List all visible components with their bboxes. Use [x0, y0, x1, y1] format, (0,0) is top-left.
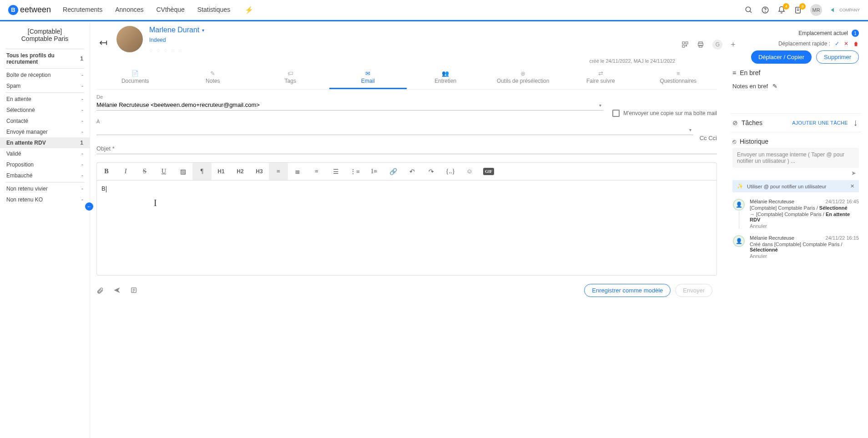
avatar[interactable]: MR — [810, 4, 822, 16]
nav-statistiques[interactable]: Statistiques — [197, 6, 230, 14]
save-template-button[interactable]: Enregistrer comme modèle — [584, 284, 671, 297]
logo[interactable]: B eetween — [8, 5, 51, 15]
check-icon[interactable]: ✓ — [835, 40, 839, 47]
profile-source[interactable]: Indeed — [149, 37, 583, 43]
align-left-icon[interactable]: ≡ — [269, 163, 288, 180]
align-justify-icon[interactable]: ☰ — [326, 163, 345, 180]
nav-recrutements[interactable]: Recrutements — [63, 6, 102, 14]
delete-button[interactable]: Supprimer — [816, 50, 859, 64]
code-icon[interactable]: {..} — [441, 163, 460, 180]
cancel-link[interactable]: Annuler — [750, 223, 859, 229]
close-icon[interactable]: ✕ — [850, 183, 854, 189]
italic-icon[interactable]: I — [116, 163, 135, 180]
list-ol-icon[interactable]: 1≡ — [364, 163, 384, 180]
profile-picture[interactable] — [116, 26, 143, 52]
tab-entretien[interactable]: 👥Entretien — [407, 67, 484, 89]
undo-icon[interactable]: ↶ — [403, 163, 422, 180]
timeline-item: 👤 Mélanie Recruteuse24/11/22 16:15 Créé … — [732, 235, 859, 259]
bell-icon[interactable]: 4 — [777, 6, 786, 14]
underline-icon[interactable]: U — [154, 163, 173, 180]
trash-icon[interactable] — [853, 41, 859, 47]
add-task-link[interactable]: AJOUTER UNE TÂCHE — [792, 120, 848, 126]
attach-icon[interactable] — [96, 287, 104, 295]
bolt-icon[interactable]: ⚡ — [245, 6, 253, 14]
paragraph-icon[interactable]: ¶ — [192, 163, 212, 180]
list-ul-icon[interactable]: ⋮≡ — [345, 163, 364, 180]
h3-icon[interactable]: H3 — [250, 163, 269, 180]
sidebar-item[interactable]: Validé- — [0, 148, 90, 159]
align-right-icon[interactable]: ≡ — [307, 163, 326, 180]
strike-icon[interactable]: S — [135, 163, 154, 180]
send-icon[interactable]: ➤ — [851, 170, 856, 176]
chevron-down-icon[interactable]: ▾ — [689, 127, 691, 132]
tab-documents[interactable]: 📄Documents — [96, 67, 174, 89]
profile-name[interactable]: Marlene Durant▾ — [149, 26, 583, 34]
tab-tags[interactable]: 🏷Tags — [252, 67, 329, 89]
sidebar-item[interactable]: En attente- — [0, 94, 90, 105]
cc-cci-toggle[interactable]: Cc Cci — [700, 135, 717, 143]
note-icon: ✎ — [176, 70, 250, 77]
assign-badge: 9 — [799, 3, 806, 10]
sidebar-item[interactable]: Boîte de réception- — [0, 70, 90, 81]
to-label: À — [96, 119, 693, 124]
gif-icon[interactable]: GIF — [483, 168, 494, 175]
image-icon[interactable]: ▨ — [173, 163, 192, 180]
sidebar-item[interactable]: Spam- — [0, 81, 90, 91]
tab-forward[interactable]: ⇄Faire suivre — [562, 67, 640, 89]
editor-body[interactable]: B I — [96, 180, 717, 276]
qr-icon[interactable] — [681, 41, 689, 48]
sidebar-item-active[interactable]: En attente RDV1 — [0, 137, 90, 148]
bold-icon[interactable]: B — [97, 163, 116, 180]
profile-dates: créé le 24/11/2022, MAJ le 24/11/2022 — [589, 58, 675, 64]
tab-notes[interactable]: ✎Notes — [174, 67, 252, 89]
notif-badge: 4 — [783, 3, 789, 10]
send-button[interactable]: Envoyer — [675, 284, 712, 297]
assignment-icon[interactable]: 9 — [794, 6, 802, 14]
from-input[interactable] — [96, 100, 603, 111]
tools-icon: ⊕ — [486, 70, 560, 77]
company-logo: COMPANY — [830, 7, 860, 13]
copy-checkbox[interactable]: M'envoyer une copie sur ma boîte mail — [612, 110, 717, 119]
chevron-down-icon[interactable]: ▾ — [599, 103, 601, 108]
add-icon[interactable]: + — [731, 40, 736, 50]
sidebar-item[interactable]: Embauché- — [0, 170, 90, 181]
sidebar-item[interactable]: Non retenu KO- — [0, 194, 90, 205]
tab-email[interactable]: ✉Email — [329, 67, 407, 89]
sidebar-item[interactable]: Non retenu vivier- — [0, 183, 90, 194]
x-icon[interactable]: ✕ — [844, 40, 848, 47]
to-input[interactable] — [96, 124, 693, 135]
sidebar-item[interactable]: Sélectionné- — [0, 105, 90, 116]
subject-input[interactable] — [96, 143, 717, 154]
print-icon[interactable] — [697, 41, 704, 48]
link-icon[interactable]: 🔗 — [384, 163, 403, 180]
h1-icon[interactable]: H1 — [212, 163, 231, 180]
sidebar-item[interactable]: Contacté- — [0, 116, 90, 126]
edit-icon[interactable]: ✎ — [772, 83, 777, 90]
sidebar-item[interactable]: Envoyé manager- — [0, 126, 90, 137]
chevron-down-icon[interactable]: ⭣ — [853, 119, 859, 126]
move-copy-button[interactable]: Déplacer / Copier — [751, 50, 812, 64]
help-icon[interactable] — [761, 6, 769, 14]
emoji-icon[interactable]: ☺ — [460, 163, 479, 180]
nav-cvtheque[interactable]: CVthèque — [156, 6, 185, 14]
internal-message-input[interactable]: Envoyer un message interne ( Taper @ pou… — [732, 148, 859, 168]
redo-icon[interactable]: ↷ — [422, 163, 441, 180]
google-icon[interactable]: G — [712, 40, 722, 50]
send-later-icon[interactable] — [113, 287, 121, 295]
interview-icon: 👥 — [409, 70, 483, 77]
cancel-link[interactable]: Annuler — [750, 253, 859, 259]
back-fab-icon[interactable]: ← — [85, 202, 93, 211]
nav-annonces[interactable]: Annonces — [115, 6, 143, 14]
from-label: De — [96, 94, 603, 100]
align-center-icon[interactable]: ≣ — [288, 163, 307, 180]
back-arrow-icon[interactable]: ↤ — [96, 26, 110, 49]
search-icon[interactable] — [745, 6, 753, 14]
sidebar-item[interactable]: Proposition- — [0, 159, 90, 170]
tab-questionnaires[interactable]: ≡Questionnaires — [640, 67, 717, 89]
sidebar-all-profiles[interactable]: Tous les profils du recrutement 1 — [0, 50, 90, 67]
tab-tools[interactable]: ⊕Outils de présélection — [484, 67, 562, 89]
panel-tasks: ⊘ Tâches AJOUTER UNE TÂCHE ⭣ — [731, 113, 861, 132]
rating-stars[interactable]: ☆ ☆ ☆ ☆ ☆ — [149, 48, 583, 53]
template-icon[interactable] — [130, 287, 137, 295]
h2-icon[interactable]: H2 — [231, 163, 250, 180]
